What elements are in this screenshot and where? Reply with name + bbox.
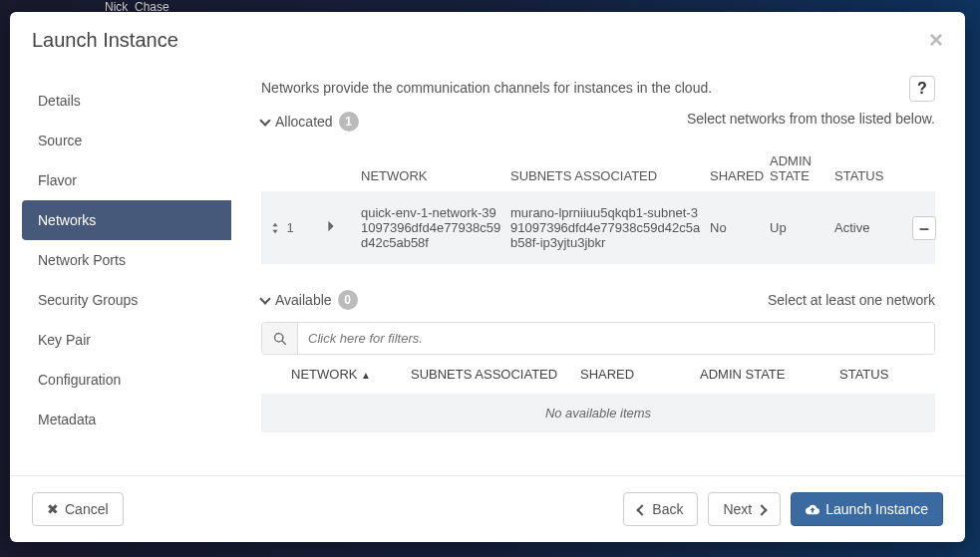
col-subnets: SUBNETS ASSOCIATED	[510, 168, 710, 183]
modal-body: Details Source Flavor Networks Network P…	[10, 66, 965, 475]
allocated-row: 1 quick-env-1-network-391097396dfd4e7793…	[261, 191, 935, 264]
row-shared: No	[710, 220, 770, 235]
available-toggle[interactable]: Available 0	[261, 290, 358, 310]
modal-footer: ✖ Cancel Back Next Launch Instance	[10, 475, 965, 542]
chevron-down-icon	[261, 292, 269, 308]
allocated-header-row: Allocated 1 Select networks from those l…	[261, 104, 935, 139]
col-network[interactable]: NETWORK ▲	[291, 367, 411, 382]
allocated-toggle[interactable]: Allocated 1	[261, 112, 359, 132]
remove-network-button[interactable]: –	[912, 216, 936, 240]
x-icon: ✖	[47, 501, 59, 517]
col-admin: ADMIN STATE	[770, 153, 834, 183]
available-header-row: Available 0 Select at least one network	[261, 282, 935, 318]
expand-row[interactable]	[301, 219, 361, 236]
launch-instance-modal: Launch Instance × Details Source Flavor …	[10, 12, 965, 542]
available-label: Available	[275, 292, 332, 308]
col-network: NETWORK	[361, 168, 510, 183]
reorder-handle[interactable]: 1	[261, 220, 301, 235]
footer-right: Back Next Launch Instance	[623, 492, 943, 526]
launch-instance-button[interactable]: Launch Instance	[791, 492, 943, 526]
sidebar-item-flavor[interactable]: Flavor	[22, 160, 231, 200]
chevron-right-icon	[324, 219, 338, 233]
col-shared[interactable]: SHARED	[580, 367, 700, 382]
filter-input[interactable]	[298, 323, 934, 354]
available-count-badge: 0	[338, 290, 358, 310]
wizard-sidebar: Details Source Flavor Networks Network P…	[22, 66, 231, 475]
sidebar-item-security-groups[interactable]: Security Groups	[22, 280, 231, 320]
col-status: STATUS	[834, 168, 904, 183]
sidebar-item-details[interactable]: Details	[22, 81, 231, 121]
filter-bar	[261, 322, 935, 355]
col-shared: SHARED	[710, 168, 770, 183]
sidebar-item-metadata[interactable]: Metadata	[22, 400, 231, 439]
select-at-least-one-hint: Select at least one network	[768, 292, 935, 308]
sidebar-item-source[interactable]: Source	[22, 121, 231, 160]
allocated-count-badge: 1	[339, 112, 359, 132]
close-icon[interactable]: ×	[929, 28, 943, 52]
help-icon[interactable]: ?	[909, 76, 935, 102]
select-networks-hint: Select networks from those listed below.	[687, 111, 935, 127]
col-status[interactable]: STATUS	[839, 367, 939, 382]
chevron-down-icon	[261, 114, 269, 130]
search-icon[interactable]	[262, 323, 298, 354]
row-subnets: murano-lprniiuu5qkqb1-subnet-391097396df…	[510, 205, 710, 250]
allocated-table-header: NETWORK SUBNETS ASSOCIATED SHARED ADMIN …	[261, 143, 935, 191]
sidebar-item-networks[interactable]: Networks	[22, 200, 231, 240]
cloud-upload-icon	[806, 502, 819, 516]
next-button[interactable]: Next	[708, 492, 781, 526]
sort-icon	[268, 221, 282, 235]
sort-asc-icon: ▲	[361, 370, 371, 381]
modal-header: Launch Instance ×	[10, 12, 965, 66]
row-network: quick-env-1-network-391097396dfd4e77938c…	[361, 205, 510, 250]
sidebar-item-network-ports[interactable]: Network Ports	[22, 240, 231, 280]
allocated-label: Allocated	[275, 114, 333, 130]
networks-panel: ? Networks provide the communication cha…	[231, 66, 965, 475]
cancel-button[interactable]: ✖ Cancel	[32, 492, 124, 526]
row-order: 1	[286, 220, 293, 235]
sidebar-item-configuration[interactable]: Configuration	[22, 360, 231, 400]
modal-title: Launch Instance	[32, 29, 178, 52]
back-button[interactable]: Back	[623, 492, 698, 526]
chevron-left-icon	[638, 501, 646, 517]
col-subnets[interactable]: SUBNETS ASSOCIATED	[411, 367, 580, 382]
available-table-header: NETWORK ▲ SUBNETS ASSOCIATED SHARED ADMI…	[261, 355, 935, 394]
chevron-right-icon	[758, 501, 766, 517]
col-admin[interactable]: ADMIN STATE	[700, 367, 839, 382]
row-status: Active	[834, 220, 904, 235]
row-admin: Up	[770, 220, 834, 235]
panel-description: Networks provide the communication chann…	[261, 80, 935, 96]
available-empty-message: No available items	[261, 394, 935, 432]
sidebar-item-key-pair[interactable]: Key Pair	[22, 320, 231, 360]
